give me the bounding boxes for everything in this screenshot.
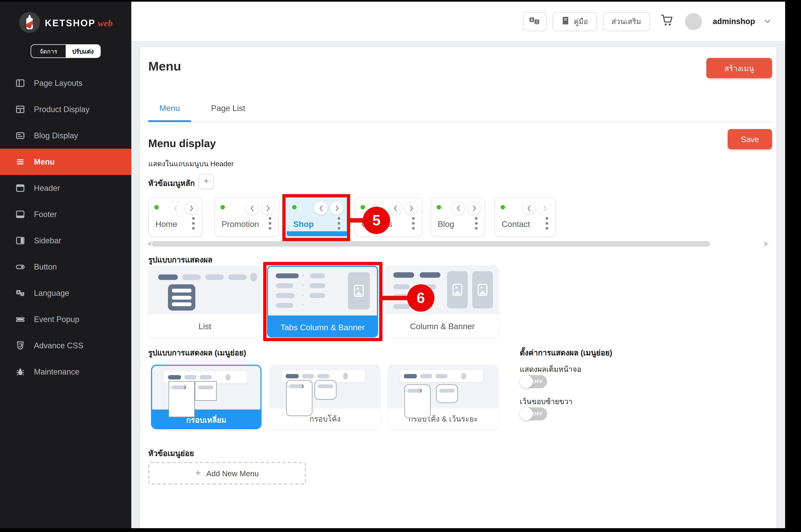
image-icon: [354, 285, 364, 297]
horizontal-scrollbar[interactable]: [152, 241, 710, 247]
kebab-menu-icon[interactable]: [192, 217, 195, 230]
tab-menu[interactable]: Menu: [148, 100, 191, 122]
menu-item-card-blog[interactable]: Blog: [431, 197, 485, 237]
product-display-icon: [15, 104, 25, 114]
move-right-button[interactable]: [261, 201, 275, 215]
banner-placeholder: [472, 271, 493, 308]
fullscreen-toggle[interactable]: OFF: [520, 375, 547, 388]
image-icon: [452, 284, 462, 296]
cart-icon: [660, 14, 673, 28]
toggle-state: OFF: [532, 411, 543, 417]
mode-customize-button[interactable]: ปรับแต่ง: [66, 45, 100, 57]
app-root: KETSHOP web จัดการ ปรับแต่ง Page Layouts…: [0, 0, 801, 532]
format-option-column-banner[interactable]: Column & Banner: [386, 266, 499, 337]
sidebar-item-label: Product Display: [34, 105, 90, 114]
sidebar-item-maintenance[interactable]: Maintenance: [0, 359, 131, 385]
menu-item-label: Blog: [438, 219, 454, 229]
plus-icon: +: [195, 468, 201, 479]
move-left-button[interactable]: [314, 201, 328, 215]
svg-text:文: 文: [535, 20, 539, 23]
move-left-button[interactable]: [389, 201, 402, 215]
submenu-option-square-frame[interactable]: › › › › กรอบเหลี่ยม: [151, 365, 262, 429]
sidebar-item-menu[interactable]: Menu: [0, 149, 131, 175]
sidebar-item-label: Button: [34, 263, 57, 271]
tab-bar: Menu Page List: [148, 100, 771, 122]
submenu-option-rounded-frame[interactable]: › › › › กรอบโค้ง: [270, 365, 380, 429]
menu-item-card-promotion[interactable]: Promotion: [215, 197, 279, 237]
create-menu-button[interactable]: สร้างเมนู: [706, 58, 772, 78]
toggle-button-icon: [15, 262, 25, 272]
scroll-right-arrow-icon[interactable]: [764, 241, 769, 247]
mode-manage-button[interactable]: จัดการ: [31, 45, 66, 57]
menu-item-card-home[interactable]: Home: [148, 197, 202, 237]
format-option-list[interactable]: List: [148, 266, 262, 337]
move-left-button[interactable]: [169, 201, 182, 215]
manual-button[interactable]: คู่มือ: [553, 12, 597, 31]
page-layouts-icon: [15, 78, 25, 88]
add-new-menu-button[interactable]: + Add New Menu: [148, 462, 306, 484]
save-button[interactable]: Save: [728, 129, 772, 149]
format-option-tabs-column-banner[interactable]: › › › › Tabs Column & Banner: [267, 266, 378, 337]
sidebar-item-footer[interactable]: Footer: [0, 201, 131, 227]
tab-page-list[interactable]: Page List: [202, 100, 255, 122]
sidebar-item-button[interactable]: Button: [0, 254, 131, 280]
sidebar-item-event-popup[interactable]: Event Popup: [0, 306, 131, 332]
add-main-menu-button[interactable]: +: [199, 174, 214, 189]
menu-item-card-shop[interactable]: Shop: [286, 197, 348, 237]
translate-button[interactable]: A文: [523, 12, 546, 31]
sidebar-item-blog-display[interactable]: Blog Display: [0, 122, 131, 149]
move-left-button[interactable]: [451, 201, 465, 215]
sidebar-item-language[interactable]: A文 Language: [0, 280, 131, 306]
move-right-button[interactable]: [467, 201, 481, 215]
format-column-preview: [386, 266, 499, 315]
sidebar-item-header[interactable]: Header: [0, 175, 131, 201]
menu-display-title: Menu display: [148, 137, 216, 150]
move-right-button[interactable]: [538, 201, 552, 215]
sidebar-item-product-display[interactable]: Product Display: [0, 96, 131, 122]
move-right-button[interactable]: [184, 201, 198, 215]
menu-item-card-combos[interactable]: Combos: [355, 197, 422, 237]
move-right-button[interactable]: [330, 201, 343, 215]
svg-text:A: A: [530, 18, 533, 22]
status-green-dot: [221, 205, 225, 209]
toggle-knob: [520, 375, 533, 388]
sidebar-item-label: Header: [34, 184, 60, 192]
username: adminshop: [713, 17, 755, 26]
move-left-button[interactable]: [522, 201, 536, 215]
kebab-menu-icon[interactable]: [269, 217, 272, 230]
kebab-menu-icon[interactable]: [545, 217, 548, 230]
manual-button-label: คู่มือ: [574, 15, 588, 27]
kebab-menu-icon[interactable]: [475, 217, 478, 230]
menu-item-card-contact[interactable]: Contact: [495, 197, 556, 237]
scroll-left-arrow-icon[interactable]: [147, 241, 151, 247]
sidebar-item-page-layouts[interactable]: Page Layouts: [0, 70, 131, 96]
kebab-menu-icon[interactable]: [338, 217, 340, 230]
banner-placeholder: [447, 271, 468, 308]
dropdown-panel: › › › ›: [286, 380, 312, 416]
footer-icon: [15, 209, 25, 219]
user-avatar[interactable]: [685, 13, 702, 30]
kebab-menu-icon[interactable]: [412, 217, 415, 230]
sidebar: KETSHOP web จัดการ ปรับแต่ง Page Layouts…: [0, 2, 131, 528]
status-green-dot: [154, 205, 159, 209]
status-green-dot: [501, 205, 505, 209]
sidebar-item-advance-css[interactable]: Advance CSS: [0, 332, 131, 359]
dropdown-panel: [436, 384, 458, 403]
sidebar-item-label: Menu: [34, 157, 55, 166]
submenu-option-rounded-spaced[interactable]: › › › กรอบโค้ง & เว้นระยะ: [388, 365, 499, 429]
sidebar-item-label: Advance CSS: [34, 341, 83, 350]
top-header-bar: A文 คู่มือ ส่วนเสริม adminshop: [131, 2, 785, 41]
cart-button[interactable]: [660, 14, 673, 28]
image-icon: [478, 284, 487, 296]
menu-display-subtitle: แสดงในแถบเมนูบน Header: [148, 158, 234, 170]
user-menu-chevron-down-icon[interactable]: [764, 19, 771, 23]
format-list-preview: [148, 266, 262, 315]
move-left-button[interactable]: [245, 201, 259, 215]
move-right-button[interactable]: [404, 201, 418, 215]
side-margin-toggle[interactable]: OFF: [520, 407, 547, 420]
submenu-rounded-preview: › › › ›: [270, 365, 380, 408]
dropdown-panel: › › › ›: [169, 381, 195, 417]
addons-button[interactable]: ส่วนเสริม: [603, 12, 650, 31]
side-margin-toggle-label: เว้นขอบซ้ายขวา: [520, 395, 573, 407]
sidebar-item-sidebar[interactable]: Sidebar: [0, 227, 131, 254]
